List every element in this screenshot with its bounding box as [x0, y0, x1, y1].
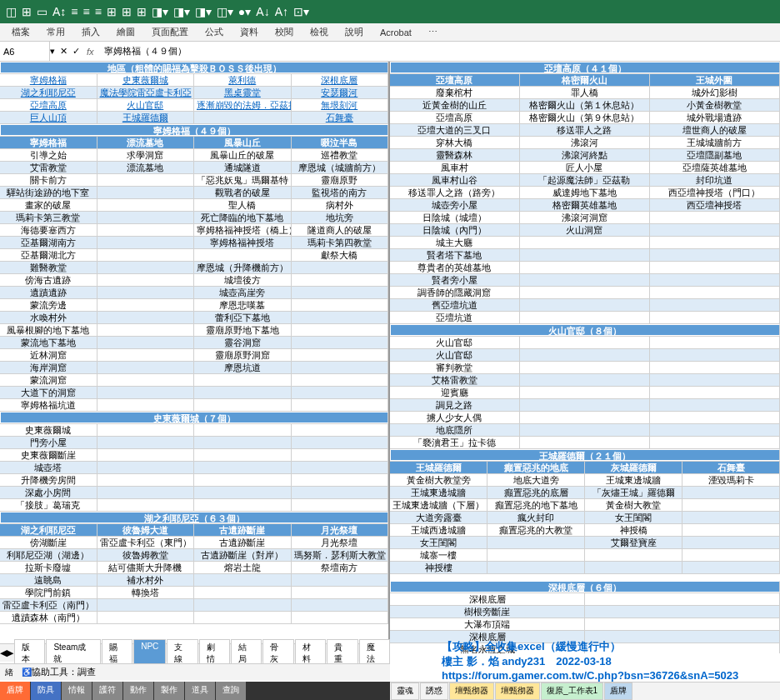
- table-cell[interactable]: 移送罪人之路（路旁）: [390, 187, 520, 198]
- table-cell[interactable]: [98, 187, 195, 198]
- table-cell[interactable]: [650, 349, 780, 361]
- table-cell[interactable]: 月光祭壇: [292, 537, 389, 548]
- table-cell[interactable]: 風暴根腳的地下墓地: [0, 324, 98, 336]
- table-cell[interactable]: 觀戰者的破屋: [194, 187, 292, 198]
- bottom-tab[interactable]: 護符: [92, 682, 122, 700]
- table-cell[interactable]: 神授樓: [390, 562, 488, 573]
- table-cell[interactable]: [650, 274, 780, 286]
- table-cell[interactable]: 獻祭大橋: [292, 249, 389, 261]
- table-cell[interactable]: 王城羅德爾: [98, 112, 195, 123]
- ribbon-icon[interactable]: ⊞: [107, 5, 117, 18]
- table-cell[interactable]: 擄人少女人偶: [390, 412, 520, 423]
- table-cell[interactable]: [650, 224, 780, 236]
- table-cell[interactable]: 門旁小屋: [0, 437, 98, 448]
- table-cell[interactable]: 風車村: [390, 162, 520, 173]
- menu-help[interactable]: 說明: [345, 26, 363, 38]
- table-cell[interactable]: 史東薇爾斷崖: [0, 449, 98, 461]
- table-cell[interactable]: [98, 287, 195, 298]
- table-cell[interactable]: [488, 537, 585, 548]
- table-cell[interactable]: [292, 349, 389, 361]
- table-cell[interactable]: 監視塔的南方: [292, 187, 389, 198]
- ribbon-icon[interactable]: A↑: [275, 5, 288, 18]
- menu-layout[interactable]: 頁面配置: [152, 26, 188, 38]
- table-cell[interactable]: [98, 374, 195, 386]
- table-cell[interactable]: [292, 587, 389, 598]
- table-cell[interactable]: [292, 262, 389, 273]
- table-cell[interactable]: [520, 249, 650, 261]
- table-cell[interactable]: 史東薇爾城: [98, 74, 195, 86]
- table-cell[interactable]: [98, 237, 195, 248]
- bottom-tab[interactable]: 情報: [62, 682, 92, 700]
- table-cell[interactable]: 火山官邸: [390, 349, 520, 361]
- table-cell[interactable]: 巨人山頂: [0, 112, 98, 123]
- table-cell[interactable]: [194, 487, 292, 498]
- table-cell[interactable]: 拉斯卡廢墟: [0, 562, 98, 573]
- table-cell[interactable]: 深根底層: [390, 593, 585, 605]
- table-cell[interactable]: 尊貴者的英雄墓地: [390, 262, 520, 273]
- table-cell[interactable]: [98, 324, 195, 336]
- table-cell[interactable]: 沸滾河洞窟: [520, 212, 650, 223]
- ribbon-icon[interactable]: ◫: [6, 5, 17, 18]
- table-cell[interactable]: 壇世商人的破屋: [650, 124, 780, 136]
- table-cell[interactable]: 王城東邊城牆: [390, 487, 488, 498]
- table-cell[interactable]: 瘋火封印: [488, 512, 585, 523]
- table-cell[interactable]: [98, 399, 195, 411]
- table-cell[interactable]: 威達姆地下墓地: [520, 187, 650, 198]
- table-cell[interactable]: [292, 374, 389, 386]
- table-cell[interactable]: 引導之始: [0, 149, 98, 161]
- table-cell[interactable]: 「褻瀆君王」拉卡德: [390, 437, 520, 448]
- table-cell[interactable]: [650, 299, 780, 311]
- table-cell[interactable]: [292, 487, 389, 498]
- table-cell[interactable]: 地底大道旁: [488, 474, 585, 486]
- table-cell[interactable]: 通城隧道: [194, 162, 292, 173]
- menu-data[interactable]: 資料: [240, 26, 258, 38]
- bottom-tab[interactable]: 防具: [31, 682, 61, 700]
- bottom-tab[interactable]: 盾牌: [0, 682, 30, 700]
- table-cell[interactable]: [98, 474, 195, 486]
- table-cell[interactable]: [194, 437, 292, 448]
- table-cell[interactable]: [98, 349, 195, 361]
- table-cell[interactable]: 西亞壇神授塔（門口）: [650, 187, 780, 198]
- table-cell[interactable]: 城外戰場遺跡: [650, 112, 780, 123]
- table-cell[interactable]: 艾雷教堂: [0, 162, 98, 173]
- table-cell[interactable]: [520, 274, 650, 286]
- table-cell[interactable]: [194, 112, 292, 123]
- table-cell[interactable]: [98, 262, 195, 273]
- table-cell[interactable]: [585, 606, 780, 618]
- table-cell[interactable]: [520, 299, 650, 311]
- table-cell[interactable]: [292, 312, 389, 323]
- table-cell[interactable]: 彼魯姆教堂: [98, 549, 195, 561]
- table-cell[interactable]: 蒙流地下墓地: [0, 337, 98, 348]
- table-cell[interactable]: [292, 612, 389, 623]
- table-cell[interactable]: 亞壇坑道: [390, 312, 520, 323]
- table-cell[interactable]: 「起源魔法師」亞茲勒: [520, 174, 650, 186]
- table-cell[interactable]: 古遺跡斷崖（對岸）: [194, 549, 292, 561]
- table-cell[interactable]: 日陰城（內門）: [390, 224, 520, 236]
- table-cell[interactable]: [98, 437, 195, 448]
- table-cell[interactable]: 亞壇高原: [390, 112, 520, 123]
- table-cell[interactable]: 蒙流洞窟: [0, 374, 98, 386]
- table-cell[interactable]: [585, 549, 682, 561]
- table-cell[interactable]: [194, 587, 292, 598]
- table-cell[interactable]: [520, 262, 650, 273]
- ribbon-icon[interactable]: A↓: [256, 5, 269, 18]
- cancel-icon[interactable]: ✕: [60, 46, 68, 57]
- table-cell[interactable]: [292, 399, 389, 411]
- sheet-tab[interactable]: 壇甄彻器: [495, 682, 540, 700]
- table-cell[interactable]: 黃金樹大教堂: [585, 499, 682, 511]
- table-cell[interactable]: 遺蹟遺跡: [0, 287, 98, 298]
- table-cell[interactable]: 「灰燼王城」羅德爾: [585, 487, 682, 498]
- table-cell[interactable]: 亞基爾湖北方: [0, 249, 98, 261]
- table-cell[interactable]: 格密爾英雄墓地: [520, 199, 650, 211]
- table-cell[interactable]: [682, 562, 780, 573]
- table-cell[interactable]: [194, 499, 292, 511]
- table-cell[interactable]: [682, 499, 780, 511]
- table-cell[interactable]: 利耶尼亞湖（湖邊）: [0, 549, 98, 561]
- table-cell[interactable]: 魔法學院雷亞盧卡利亞: [98, 87, 195, 98]
- table-cell[interactable]: 寧姆格福神授塔: [194, 237, 292, 248]
- ribbon-icon[interactable]: A↕: [52, 5, 66, 18]
- table-cell[interactable]: [98, 362, 195, 373]
- table-cell[interactable]: 亞基爾湖南方: [0, 237, 98, 248]
- table-cell[interactable]: 深根底層: [292, 74, 389, 86]
- table-cell[interactable]: [520, 399, 650, 411]
